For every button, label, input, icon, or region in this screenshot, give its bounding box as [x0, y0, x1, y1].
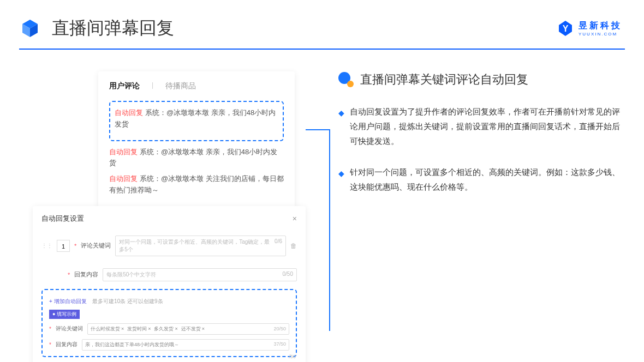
auto-reply-tag: 自动回复: [115, 108, 143, 117]
tab-pending-goods[interactable]: 待播商品: [165, 81, 196, 91]
auto-reply-tag: 自动回复: [109, 174, 138, 183]
bullet-text: 针对同一个问题，可设置多个相近的、高频的关键词。例如：这款多少钱、这块能优惠吗、…: [350, 165, 625, 194]
add-hint: 最多可建10条 还可以创建9条: [92, 298, 163, 304]
add-reply-link[interactable]: + 增加自动回复: [49, 298, 87, 304]
example-keyword-label: 评论关键词: [56, 325, 83, 333]
tab-user-comments[interactable]: 用户评论: [109, 81, 140, 91]
example-box: + 增加自动回复 最多可建10条 还可以创建9条 ● 填写示例 * 评论关键词 …: [41, 289, 297, 357]
required-icon: *: [74, 243, 76, 249]
drag-handle-icon[interactable]: ⋮⋮: [41, 243, 52, 249]
logo-text-cn: 昱新科技: [579, 20, 622, 32]
keyword-input[interactable]: 对同一个问题，可设置多个相近、高频的关键词，Tag确定，最多5个0/6: [115, 236, 286, 256]
example-content-label: 回复内容: [56, 341, 77, 348]
side-counter: /50: [289, 354, 296, 359]
settings-panel: 自动回复设置 × ⋮⋮ 1 * 评论关键词 对同一个问题，可设置多个相近、高频的…: [33, 206, 306, 362]
diamond-bullet-icon: ◆: [338, 167, 344, 194]
section-title: 直播间弹幕关键词评论自动回复: [360, 71, 528, 88]
tag-chip[interactable]: 多久发货: [154, 325, 177, 333]
content-label: 回复内容: [74, 270, 98, 279]
brand-logo: Y 昱新科技 YUUXIN.COM: [557, 20, 622, 37]
settings-title: 自动回复设置: [41, 214, 84, 224]
required-icon: *: [49, 326, 51, 332]
delete-icon[interactable]: 🗑: [290, 242, 297, 250]
required-icon: *: [49, 342, 51, 348]
tag-chip[interactable]: 还不发货: [181, 325, 205, 333]
cube-icon: [19, 17, 41, 39]
connector-line: [306, 129, 330, 331]
tag-chip[interactable]: 发货时间: [127, 325, 151, 333]
char-counter: 20/50: [273, 326, 286, 331]
required-icon: *: [68, 272, 70, 278]
close-icon[interactable]: ×: [293, 214, 297, 223]
logo-icon: Y: [557, 20, 574, 37]
comments-panel: 用户评论 | 待播商品 自动回复系统：@冰墩墩本墩 亲亲，我们48小时内发货 自…: [98, 71, 295, 212]
bullet-text: 自动回复设置为了提升作者的评论回复效率，作者可在开播前针对常见的评论用户问题，提…: [350, 104, 625, 148]
highlighted-comment: 自动回复系统：@冰墩墩本墩 亲亲，我们48小时内发货: [109, 101, 284, 141]
example-keyword-input[interactable]: 什么时候发货 发货时间 多久发货 还不发货 20/50: [87, 323, 289, 335]
diamond-bullet-icon: ◆: [338, 106, 344, 148]
svg-text:Y: Y: [563, 24, 569, 33]
page-title: 直播间弹幕回复: [52, 16, 557, 40]
bubble-icon: [338, 72, 354, 87]
keyword-label: 评论关键词: [81, 242, 111, 250]
content-input[interactable]: 每条限50个中文字符0/50: [103, 268, 297, 281]
logo-text-en: YUUXIN.COM: [579, 32, 622, 37]
tab-separator: |: [152, 81, 153, 91]
index-input[interactable]: 1: [57, 240, 70, 252]
auto-reply-tag: 自动回复: [109, 148, 138, 156]
tag-chip[interactable]: 什么时候发货: [91, 325, 124, 333]
example-badge: ● 填写示例: [49, 310, 80, 319]
example-content-input[interactable]: 亲，我们这边都是下单48小时内发货的哦～37/50: [82, 339, 289, 351]
